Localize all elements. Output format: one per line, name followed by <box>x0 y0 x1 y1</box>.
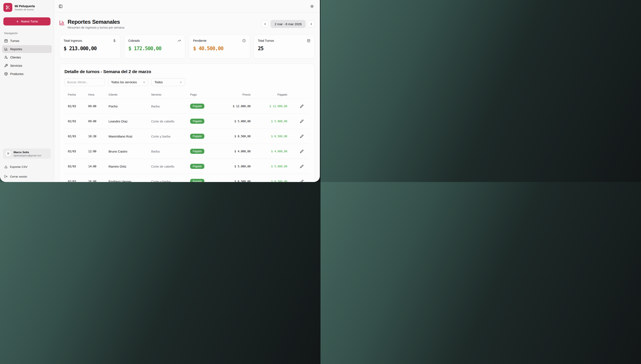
detail-section: Detalle de turnos - Semana del 2 de marz… <box>59 64 315 182</box>
logout-button[interactable]: Cerrar sesión <box>4 175 50 178</box>
sidebar-nav: Turnos Reportes Clientes Servicios <box>2 37 52 78</box>
calendar-icon <box>4 39 8 42</box>
status-badge: Pagado <box>190 179 204 182</box>
status-filter-select[interactable]: Todos <box>151 78 185 86</box>
user-name: Marco Solis <box>14 151 41 154</box>
status-badge: Pagado <box>190 149 204 154</box>
theme-toggle-button[interactable] <box>309 4 315 9</box>
table-row: 02/03 10:30 Maximiliano Ruiz Corte y bar… <box>65 128 309 144</box>
user-email: lapeludegamu@gmail.com <box>14 154 41 157</box>
pencil-icon <box>300 150 304 153</box>
topbar <box>54 0 320 13</box>
bar-chart-icon <box>4 47 8 51</box>
avatar: R <box>5 150 12 157</box>
chevron-down-icon <box>179 81 182 84</box>
sidebar-item-turnos[interactable]: Turnos <box>2 37 52 45</box>
next-week-button[interactable] <box>308 20 315 28</box>
sidebar-item-productos[interactable]: Productos <box>2 70 52 78</box>
status-badge: Pagado <box>190 119 204 124</box>
pencil-icon <box>300 165 304 168</box>
status-badge: Pagado <box>190 134 204 139</box>
wrench-icon <box>4 64 8 68</box>
table-row: 02/03 12:00 Bruno Castro Barba Pagado $ … <box>65 144 309 159</box>
brand: Mi Peluquería Gestión de turnos <box>2 3 52 12</box>
edit-button[interactable] <box>299 134 304 139</box>
app-window: Mi Peluquería Gestión de turnos Nuevo Tu… <box>0 0 320 182</box>
brand-name: Mi Peluquería <box>15 4 35 8</box>
table-row: 02/03 14:00 Ramiro Ortiz Corte de cabell… <box>65 159 309 174</box>
service-filter-select[interactable]: Todos los servicios <box>108 78 148 86</box>
pencil-icon <box>300 120 304 123</box>
page-content: Reportes Semanales Resumen de ingresos y… <box>54 13 320 182</box>
scissors-icon <box>6 5 10 10</box>
status-badge: Pagado <box>190 164 204 169</box>
page-title: Reportes Semanales <box>68 19 125 25</box>
pencil-icon <box>300 180 304 182</box>
status-badge: Pagado <box>190 104 204 109</box>
edit-button[interactable] <box>299 179 304 182</box>
page-subtitle: Resumen de ingresos y turnos por semana <box>68 26 125 29</box>
sidebar-item-clientes[interactable]: Clientes <box>2 54 52 61</box>
chevron-down-icon <box>143 81 146 84</box>
trending-up-icon <box>177 39 181 42</box>
edit-button[interactable] <box>299 149 304 154</box>
prev-week-button[interactable] <box>261 20 269 28</box>
download-icon <box>4 165 8 168</box>
week-navigator: 2 mar - 8 mar 2026 <box>261 20 315 28</box>
export-csv-button[interactable]: Exportar CSV <box>4 165 50 168</box>
sidebar-item-reportes[interactable]: Reportes <box>2 45 52 53</box>
stat-card-pendiente: Pendiente $ 40.500,00 <box>189 35 250 59</box>
edit-button[interactable] <box>299 164 304 169</box>
sun-icon <box>310 4 314 8</box>
stat-cards: Total Ingresos $ 213.000,00 Cobrado <box>59 35 315 59</box>
chevron-right-icon <box>310 22 313 26</box>
stat-card-total-turnos: Total Turnos 25 <box>254 35 315 59</box>
user-search-icon <box>4 56 8 59</box>
stat-value: 25 <box>258 46 311 52</box>
sidebar-item-servicios[interactable]: Servicios <box>2 62 52 70</box>
user-card[interactable]: R Marco Solis lapeludegamu@gmail.com <box>3 148 51 159</box>
calendar-check-icon <box>307 39 310 42</box>
pencil-icon <box>300 134 304 138</box>
table-header: Fecha Hora Cliente Servicio Pago Precio … <box>65 91 309 98</box>
turnos-table: Fecha Hora Cliente Servicio Pago Precio … <box>65 91 309 182</box>
sidebar-toggle-button[interactable] <box>58 4 63 9</box>
clock-icon <box>242 39 246 42</box>
stat-value: $ 40.500,00 <box>193 46 246 52</box>
chevron-left-icon <box>264 22 267 26</box>
panel-left-icon <box>59 4 63 8</box>
sidebar: Mi Peluquería Gestión de turnos Nuevo Tu… <box>0 0 54 182</box>
dollar-icon <box>113 39 116 42</box>
stat-value: $ 213.000,00 <box>64 46 116 52</box>
stat-value: $ 172.500,00 <box>129 46 181 52</box>
table-row: 02/03 09:00 Leandro Díaz Corte de cabell… <box>65 114 309 128</box>
pencil-icon <box>300 104 304 108</box>
nav-section-label: Navegación <box>4 32 50 35</box>
brand-logo <box>4 3 12 12</box>
brand-tagline: Gestión de turnos <box>15 8 35 11</box>
table-row: 02/03 09:00 Pocho Barba Pagado $ 12.000,… <box>65 98 309 114</box>
bar-chart-icon <box>59 20 65 26</box>
search-input[interactable] <box>65 78 105 86</box>
stat-card-total-ingresos: Total Ingresos $ 213.000,00 <box>59 35 121 59</box>
plus-icon <box>16 20 19 23</box>
stat-card-cobrado: Cobrado $ 172.500,00 <box>124 35 186 59</box>
new-turno-button[interactable]: Nuevo Turno <box>4 17 51 26</box>
package-icon <box>4 72 8 76</box>
date-range-pill[interactable]: 2 mar - 8 mar 2026 <box>270 20 306 28</box>
edit-button[interactable] <box>299 104 304 109</box>
edit-button[interactable] <box>299 119 304 124</box>
detail-title: Detalle de turnos - Semana del 2 de marz… <box>65 69 309 74</box>
filters-row: Todos los servicios Todos <box>65 78 309 86</box>
table-row: 02/03 16:00 Emiliano Vargas Corte y barb… <box>65 174 309 182</box>
logout-icon <box>4 175 8 178</box>
main-area: Reportes Semanales Resumen de ingresos y… <box>54 0 320 182</box>
